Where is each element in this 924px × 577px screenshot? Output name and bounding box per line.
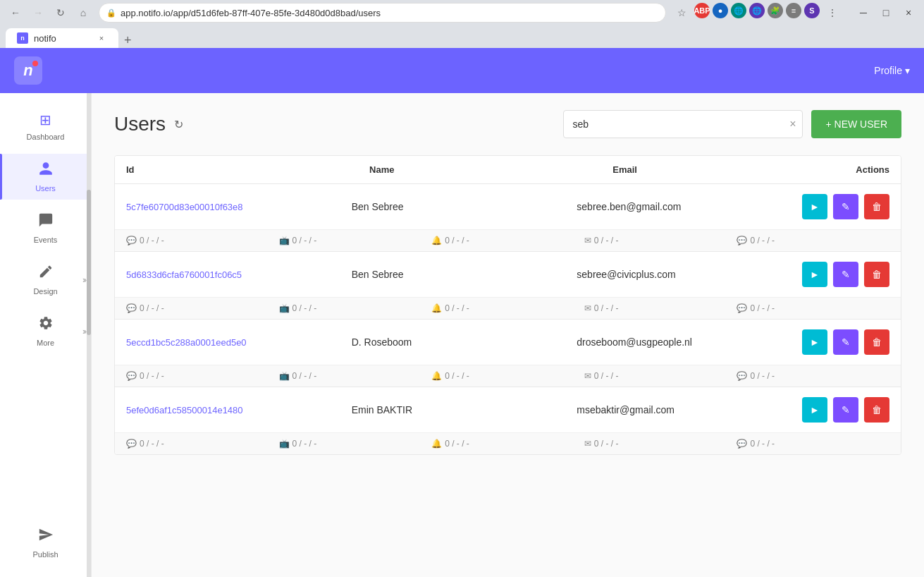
logo-dot (32, 61, 38, 66)
edit-button-2[interactable]: ✎ (833, 262, 858, 287)
user-email-3: droseboom@usgpeople.nl (577, 336, 802, 348)
stat-icon-tv4: 📺 (279, 439, 290, 449)
users-icon (38, 161, 54, 180)
window-close-button[interactable]: × (899, 3, 918, 23)
ext-icon-2[interactable]: 🌐 (731, 3, 746, 18)
nav-reload-button[interactable]: ↻ (51, 3, 70, 23)
stat-2-5: 💬0 / - / - (737, 303, 889, 313)
new-user-button[interactable]: + NEW USER (811, 110, 901, 138)
table-header: Id Name Email Actions (115, 156, 901, 184)
stat-icon-tv2: 📺 (279, 303, 290, 313)
nav-forward-button[interactable]: → (28, 3, 48, 23)
user-email-2: sebree@civicplus.com (577, 269, 802, 280)
stat-icon-chat2: 💬 (126, 303, 137, 313)
stat-1-2: 📺0 / - / - (279, 236, 432, 245)
send-button-2[interactable]: ► (802, 262, 827, 287)
ext-abp-icon[interactable]: ABP (694, 3, 710, 18)
user-avatar-icon[interactable]: S (804, 3, 820, 18)
sidebar: ⊞ Dashboard Users Events (0, 93, 92, 577)
stat-icon-bell4: 🔔 (431, 439, 442, 449)
ext-icon-1[interactable]: ● (713, 3, 728, 18)
sidebar-item-events[interactable]: Events (0, 205, 91, 251)
stat-1-5: 💬0 / - / - (737, 236, 889, 245)
stats-row-3: 💬0 / - / - 📺0 / - / - 🔔0 / - / - ✉0 / - … (115, 365, 901, 387)
sidebar-item-design[interactable]: Design › (0, 257, 91, 303)
stat-icon-msg4: 💬 (737, 439, 747, 449)
ext-puzzle-icon[interactable]: 🧩 (768, 3, 783, 18)
sidebar-item-dashboard[interactable]: ⊞ Dashboard (0, 104, 91, 148)
table-row: 5c7fe60700d83e00010f63e8 Ben Sebree sebr… (115, 184, 901, 229)
delete-button-1[interactable]: 🗑 (864, 194, 889, 219)
sidebar-scrollbar-thumb[interactable] (87, 190, 91, 335)
design-arrow-icon: › (82, 275, 85, 285)
user-email-4: msebaktir@gmail.com (577, 404, 802, 415)
more-icon (38, 315, 54, 334)
send-button-4[interactable]: ► (802, 397, 827, 423)
send-button-1[interactable]: ► (802, 194, 827, 219)
user-id-3[interactable]: 5eccd1bc5c288a0001eed5e0 (126, 337, 352, 348)
nav-back-button[interactable]: ← (6, 3, 25, 23)
stat-icon-bell3: 🔔 (431, 371, 442, 381)
edit-button-1[interactable]: ✎ (833, 194, 858, 219)
search-input[interactable] (563, 110, 803, 138)
table-row-group-2: 5d6833d6cfa6760001fc06c5 Ben Sebree sebr… (115, 252, 901, 320)
edit-button-3[interactable]: ✎ (833, 329, 858, 355)
sidebar-label-events: Events (34, 236, 58, 244)
table-row: 5eccd1bc5c288a0001eed5e0 D. Roseboom dro… (115, 320, 901, 365)
new-tab-button[interactable]: + (118, 33, 137, 48)
browser-tab[interactable]: n notifo × (6, 28, 118, 48)
stat-icon-msg3: 💬 (737, 371, 747, 381)
ext-icon-3[interactable]: 🌐 (749, 3, 765, 18)
delete-button-3[interactable]: 🗑 (864, 329, 889, 355)
sidebar-item-more[interactable]: More › (0, 308, 91, 354)
user-actions-2: ► ✎ 🗑 (802, 262, 889, 287)
stat-icon-mail: ✉ (584, 236, 591, 245)
user-email-1: sebree.ben@gmail.com (577, 201, 802, 212)
ext-menu-icon[interactable]: ≡ (786, 3, 801, 18)
stat-3-2: 📺0 / - / - (279, 371, 432, 381)
table-row: 5d6833d6cfa6760001fc06c5 Ben Sebree sebr… (115, 252, 901, 297)
minimize-button[interactable]: ─ (854, 3, 873, 23)
user-name-2: Ben Sebree (352, 269, 577, 280)
sidebar-label-design: Design (33, 287, 57, 296)
bookmark-button[interactable]: ☆ (672, 3, 691, 23)
stat-icon-mail2: ✉ (584, 303, 591, 313)
chrome-menu-button[interactable]: ⋮ (823, 3, 842, 23)
url-text: app.notifo.io/app/d51d6feb-87ff-407e-85f… (121, 8, 658, 18)
user-id-4[interactable]: 5efe0d6af1c58500014e1480 (126, 405, 352, 415)
table-row-group-4: 5efe0d6af1c58500014e1480 Emin BAKTIR mse… (115, 387, 901, 454)
stat-icon-mail4: ✉ (584, 439, 591, 449)
delete-button-2[interactable]: 🗑 (864, 262, 889, 287)
stat-icon-msg2: 💬 (737, 303, 747, 313)
refresh-button[interactable]: ↻ (174, 118, 183, 131)
stat-3-1: 💬0 / - / - (126, 371, 279, 381)
sidebar-item-publish[interactable]: Publish (0, 520, 91, 566)
stat-icon-chat: 💬 (126, 236, 137, 245)
user-name-4: Emin BAKTIR (352, 404, 577, 415)
user-id-2[interactable]: 5d6833d6cfa6760001fc06c5 (126, 269, 352, 280)
stat-4-3: 🔔0 / - / - (431, 439, 584, 449)
search-clear-button[interactable]: × (789, 118, 796, 130)
events-icon (38, 212, 54, 231)
stat-icon-bell2: 🔔 (431, 303, 442, 313)
address-bar[interactable]: 🔒 app.notifo.io/app/d51d6feb-87ff-407e-8… (99, 3, 666, 23)
main-content: Users ↻ × + NEW USER Id (92, 93, 924, 577)
send-button-3[interactable]: ► (802, 329, 827, 355)
stat-4-1: 💬0 / - / - (126, 439, 279, 449)
table-row: 5efe0d6af1c58500014e1480 Emin BAKTIR mse… (115, 387, 901, 432)
stat-icon-tv: 📺 (279, 236, 290, 245)
sidebar-item-users[interactable]: Users (0, 154, 91, 200)
edit-button-4[interactable]: ✎ (833, 397, 858, 423)
sidebar-label-publish: Publish (32, 550, 58, 559)
stats-row-4: 💬0 / - / - 📺0 / - / - 🔔0 / - / - ✉0 / - … (115, 432, 901, 454)
user-id-1[interactable]: 5c7fe60700d83e00010f63e8 (126, 202, 352, 212)
sidebar-label-dashboard: Dashboard (27, 133, 65, 141)
profile-button[interactable]: Profile ▾ (874, 65, 910, 76)
col-header-email: Email (612, 164, 856, 175)
maximize-button[interactable]: □ (876, 3, 896, 23)
tab-close-button[interactable]: × (96, 32, 107, 44)
sidebar-scrollbar-track (87, 93, 91, 577)
nav-home-button[interactable]: ⌂ (73, 3, 93, 23)
stat-2-3: 🔔0 / - / - (431, 303, 584, 313)
delete-button-4[interactable]: 🗑 (864, 397, 889, 423)
